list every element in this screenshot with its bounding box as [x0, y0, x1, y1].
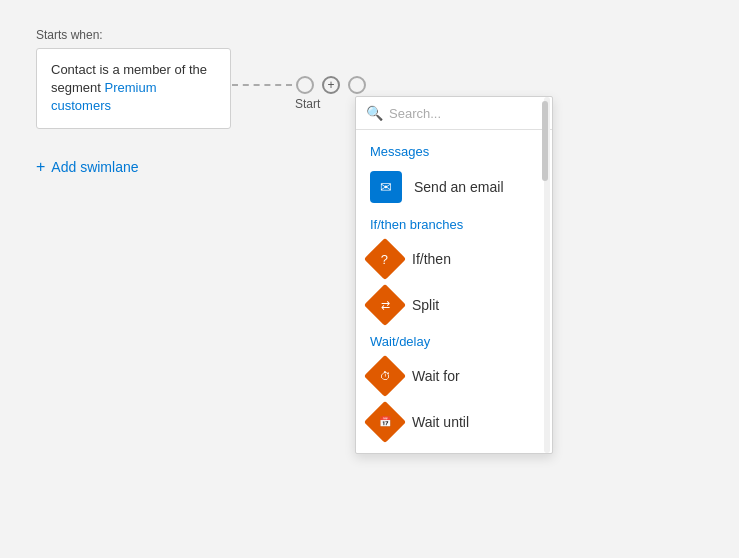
if-then-label: If/then: [412, 251, 451, 267]
search-input[interactable]: [389, 106, 542, 121]
wait-until-icon-glyph: 📅: [379, 417, 391, 427]
send-email-icon-box: ✉: [370, 171, 402, 203]
start-label: Start: [295, 97, 320, 111]
connector-node-1: [296, 76, 314, 94]
add-swimlane-button[interactable]: + Add swimlane: [36, 158, 139, 176]
menu-item-if-then[interactable]: ? If/then: [356, 236, 552, 282]
email-icon: ✉: [380, 179, 392, 195]
split-icon: ⇄: [364, 284, 406, 326]
menu-item-wait-until[interactable]: 📅 Wait until: [356, 399, 552, 445]
split-icon-glyph: ⇄: [381, 300, 390, 311]
search-icon: 🔍: [366, 105, 383, 121]
menu-item-send-email[interactable]: ✉ Send an email: [356, 163, 552, 211]
if-then-icon: ?: [364, 238, 406, 280]
starts-when-label: Starts when:: [36, 28, 103, 42]
wait-for-icon: ⏱: [364, 355, 406, 397]
section-if-then: If/then branches: [356, 211, 552, 236]
add-swimlane-label: Add swimlane: [51, 159, 138, 175]
send-email-label: Send an email: [414, 179, 504, 195]
dashed-line: [232, 84, 292, 86]
if-then-icon-glyph: ?: [381, 252, 388, 265]
search-bar: 🔍: [356, 97, 552, 130]
scrollbar-thumb[interactable]: [542, 101, 548, 181]
split-label: Split: [412, 297, 439, 313]
scrollbar-track: [544, 97, 550, 453]
wait-until-label: Wait until: [412, 414, 469, 430]
menu-item-split[interactable]: ⇄ Split: [356, 282, 552, 328]
wait-for-label: Wait for: [412, 368, 460, 384]
connector-add-node[interactable]: +: [322, 76, 340, 94]
plus-icon: +: [36, 158, 45, 176]
section-wait-delay: Wait/delay: [356, 328, 552, 353]
panel-content: Messages ✉ Send an email If/then branche…: [356, 130, 552, 453]
wait-for-icon-glyph: ⏱: [380, 371, 391, 382]
section-messages: Messages: [356, 138, 552, 163]
trigger-box: Contact is a member of the segment Premi…: [36, 48, 231, 129]
connector-end-node: [348, 76, 366, 94]
action-dropdown-panel: 🔍 Messages ✉ Send an email If/then branc…: [355, 96, 553, 454]
menu-item-wait-for[interactable]: ⏱ Wait for: [356, 353, 552, 399]
connector: +: [232, 76, 370, 94]
canvas-area: Starts when: Contact is a member of the …: [0, 0, 739, 558]
wait-until-icon: 📅: [364, 401, 406, 443]
